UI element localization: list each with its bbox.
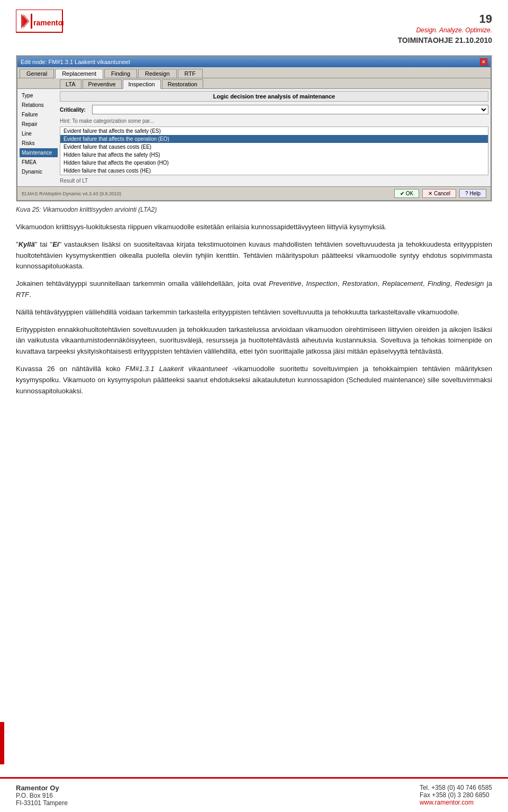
failure-item-hs[interactable]: Hidden failure that affects the safety (…: [60, 151, 488, 159]
failure-item-he[interactable]: Hidden failure that causes costs (HE): [60, 167, 488, 175]
sidebar-maintenance[interactable]: Maintenance: [20, 148, 58, 157]
failure-item-ee[interactable]: Evident failure that causes costs (EE): [60, 143, 488, 151]
svg-rect-3: [31, 14, 32, 29]
svg-text:ramentor: ramentor: [33, 19, 64, 27]
sidebar-risks[interactable]: Risks: [20, 139, 58, 148]
page-header: ramentor 19 Design. Analyze. Optimize. T…: [0, 0, 508, 50]
subtab-restoration[interactable]: Restoration: [162, 79, 203, 88]
sidebar-fmea[interactable]: FMEA: [20, 158, 58, 167]
paragraph-4: Näillä tehtävätyyppien välilehdillä void…: [16, 307, 492, 318]
sidebar-dynamic[interactable]: Dynamic: [20, 167, 58, 176]
footer-version: ELMAS RAMoptim Dynamic v4.3.43 (9.8.2010…: [22, 191, 121, 196]
paragraph-6: Kuvassa 26 on nähtävillä koko FM#1.3.1 L…: [16, 364, 492, 396]
dialog-title: Edit node: FM#1.3.1 Laakerit vikaantunee…: [21, 59, 130, 65]
ok-button[interactable]: ✔ OK: [394, 189, 419, 198]
subtab-inspection[interactable]: Inspection: [123, 79, 161, 89]
failure-item-es[interactable]: Evident failure that affects the safety …: [60, 127, 488, 135]
failure-list: Evident failure that affects the safety …: [60, 127, 488, 175]
web: www.ramentor.com: [420, 799, 492, 806]
help-button[interactable]: ? Help: [459, 189, 486, 198]
sidebar-failure[interactable]: Failure: [20, 110, 58, 119]
paragraph-2: "Kyllä" tai "Ei" vastauksen lisäksi on s…: [16, 239, 492, 272]
sidebar-repair[interactable]: Repair: [20, 120, 58, 129]
dialog-footer: ELMAS RAMoptim Dynamic v4.3.43 (9.8.2010…: [17, 186, 491, 200]
dialog-body: Type Relations Failure Repair Line Risks…: [17, 89, 491, 186]
figure-caption: Kuva 25: Vikamuodon kriittisyyden arvioi…: [16, 206, 492, 213]
dialog-content: Logic decision tree analysis of maintena…: [60, 91, 488, 184]
doc-date: TOIMINTAOHJE 21.10.2010: [398, 36, 492, 44]
failure-item-eo[interactable]: Evident failure that affects the operati…: [60, 135, 488, 143]
screenshot-container: Edit node: FM#1.3.1 Laakerit vikaantunee…: [16, 55, 492, 202]
footer-company-info: Ramentor Oy P.O. Box 916 FI-33101 Tamper…: [16, 784, 68, 807]
city: FI-33101 Tampere: [16, 799, 68, 807]
sidebar-type[interactable]: Type: [20, 91, 58, 100]
tel: Tel. +358 (0) 40 746 6585: [420, 784, 492, 791]
tab-rtf[interactable]: RTF: [178, 69, 203, 78]
svg-marker-2: [23, 14, 30, 29]
footer-buttons: ✔ OK ✕ Cancel ? Help: [394, 189, 486, 198]
po-box: P.O. Box 916: [16, 792, 68, 799]
footer-contact-info: Tel. +358 (0) 40 746 6585 Fax +358 (0) 3…: [420, 784, 492, 807]
criticality-label: Criticality:: [60, 107, 89, 113]
dialog-sidebar: Type Relations Failure Repair Line Risks…: [20, 91, 58, 184]
ramentor-logo: ramentor: [16, 10, 64, 33]
header-right: 19 Design. Analyze. Optimize. TOIMINTAOH…: [398, 10, 492, 44]
paragraph-5: Erityyppisten ennakkohuoltotehtävien sov…: [16, 324, 492, 357]
red-accent-bar: [0, 722, 4, 764]
criticality-dropdown[interactable]: [92, 105, 488, 114]
tab-replacement[interactable]: Replacement: [55, 69, 103, 78]
page-number: 19: [398, 12, 492, 26]
company-name: Ramentor Oy: [16, 784, 68, 792]
tab-finding[interactable]: Finding: [104, 69, 137, 78]
paragraph-1: Vikamuodon kriittisyys-luokituksesta rii…: [16, 222, 492, 233]
subtab-lta[interactable]: LTA: [60, 79, 81, 88]
sidebar-relations[interactable]: Relations: [20, 101, 58, 110]
tagline: Design. Analyze. Optimize.: [416, 26, 492, 34]
page-footer: Ramentor Oy P.O. Box 916 FI-33101 Tamper…: [0, 777, 508, 812]
cancel-button[interactable]: ✕ Cancel: [422, 189, 456, 198]
dialog-window: Edit node: FM#1.3.1 Laakerit vikaantunee…: [16, 56, 492, 201]
dialog-subtabs: LTA Preventive Inspection Restoration: [17, 78, 491, 89]
hint-row: Hint: To make categorization some par...: [60, 118, 488, 124]
tab-general[interactable]: General: [20, 69, 54, 78]
sidebar-line[interactable]: Line: [20, 129, 58, 138]
dialog-titlebar: Edit node: FM#1.3.1 Laakerit vikaantunee…: [17, 57, 491, 67]
para2-quote-kyllaei: "Kyllä" tai "Ei" vastauksen lisäksi on s…: [16, 240, 492, 270]
fax: Fax +358 (0) 3 280 6850: [420, 791, 492, 799]
failure-item-ho[interactable]: Hidden failure that affects the operatio…: [60, 159, 488, 167]
result-row: Result of LT: [60, 177, 488, 184]
logic-tree-title: Logic decision tree analysis of maintena…: [60, 91, 488, 102]
dialog-close-button[interactable]: ✕: [480, 58, 487, 66]
dialog-tabs: General Replacement Finding Redesign RTF: [17, 67, 491, 78]
main-content: Vikamuodon kriittisyys-luokituksesta rii…: [16, 222, 492, 396]
tab-redesign[interactable]: Redesign: [138, 69, 176, 78]
logo-area: ramentor: [16, 10, 64, 33]
subtab-preventive[interactable]: Preventive: [83, 79, 122, 88]
paragraph-3: Jokainen tehtävätyyppi suunnitellaan tar…: [16, 278, 492, 301]
criticality-row: Criticality:: [60, 104, 488, 115]
